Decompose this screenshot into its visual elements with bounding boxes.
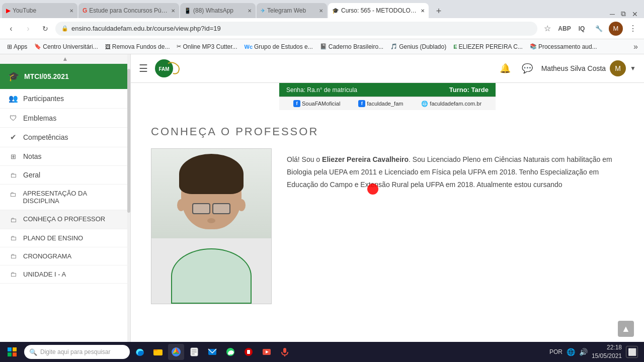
tab-youtube-close[interactable]: ✕ bbox=[69, 8, 73, 14]
tab-concursos[interactable]: G Estude para Concursos Públi... ✕ bbox=[78, 3, 179, 18]
bookmark-mp3[interactable]: ✂ Online MP3 Cutter... bbox=[174, 42, 240, 51]
sidebar-item-apresentacao[interactable]: 🗀 APRESENTAÇÃO DA DISCIPLINA bbox=[0, 185, 130, 210]
bookmark-caderno[interactable]: 📓 Caderno Brasileiro... bbox=[317, 42, 386, 51]
extension-icon-3[interactable]: 🔧 bbox=[592, 22, 606, 36]
files-icon bbox=[189, 347, 199, 357]
professor-section: Olá! Sou o Eliezer Pereira Cavalheiro. S… bbox=[151, 148, 624, 304]
restore-button[interactable]: ⧉ bbox=[619, 10, 628, 18]
social-faculdade[interactable]: f faculdade_fam bbox=[358, 100, 403, 107]
extension-icon-2[interactable]: IQ bbox=[575, 22, 589, 36]
notification-bell-icon[interactable]: 🔔 bbox=[497, 60, 513, 76]
new-tab-button[interactable]: + bbox=[432, 4, 446, 18]
chrome-icon bbox=[171, 347, 181, 357]
tab-curso[interactable]: 🎓 Curso: 565 - METODOLOGIA ✕ bbox=[328, 3, 429, 18]
sidebar-course[interactable]: 🎓 MTCI/05.2021 bbox=[0, 64, 130, 89]
sidebar-scrollbar-thumb[interactable] bbox=[127, 69, 130, 213]
course-title: MTCI/05.2021 bbox=[24, 72, 69, 80]
bookmark-star-icon[interactable]: ☆ bbox=[540, 22, 554, 36]
taskbar-app-mail[interactable] bbox=[204, 344, 220, 360]
unidade1a-icon: 🗀 bbox=[8, 270, 18, 278]
tab-bar: ▶ YouTube ✕ G Estude para Concursos Públ… bbox=[0, 0, 644, 18]
reload-button[interactable]: ↻ bbox=[38, 22, 52, 36]
section-title: CONHEÇA O PROFESSOR bbox=[151, 125, 624, 138]
tab-concursos-close[interactable]: ✕ bbox=[171, 8, 175, 14]
bookmark-genius-label: Genius (Dublado) bbox=[399, 43, 446, 50]
taskbar-clock[interactable]: 22:18 15/05/2021 bbox=[592, 343, 622, 360]
notas-label: Notas bbox=[23, 152, 42, 160]
user-profile[interactable]: Matheus Silva Costa M ▼ bbox=[541, 60, 636, 76]
sidebar-item-notas[interactable]: ⊞ Notas bbox=[0, 147, 130, 166]
back-button[interactable]: ‹ bbox=[4, 22, 18, 36]
taskbar-search-box[interactable]: 🔍 Digite aqui para pesquisar bbox=[24, 345, 130, 359]
sidebar-item-participantes[interactable]: 👥 Participantes bbox=[0, 89, 130, 109]
tab-whatsapp[interactable]: 📱 (88) WhatsApp ✕ bbox=[180, 3, 256, 18]
bookmark-apps[interactable]: ⊞ Apps bbox=[4, 42, 30, 51]
sidebar-scroll-top[interactable]: ▲ bbox=[0, 54, 130, 64]
tab-curso-close[interactable]: ✕ bbox=[421, 8, 425, 14]
hamburger-menu-button[interactable]: ☰ bbox=[139, 62, 148, 74]
cronograma-label: CRONOGRAMA bbox=[23, 252, 71, 260]
sidebar-item-emblemas[interactable]: 🛡 Emblemas bbox=[0, 109, 130, 128]
tray-volume-icon[interactable]: 🔊 bbox=[579, 348, 588, 356]
tab-youtube-label: YouTube bbox=[13, 7, 66, 14]
forward-button[interactable]: › bbox=[21, 22, 35, 36]
avatar: M bbox=[610, 60, 626, 76]
window-controls: ─ ⧉ ✕ bbox=[608, 10, 644, 18]
clock-time: 22:18 bbox=[592, 343, 622, 352]
tray-network-icon[interactable]: 🌐 bbox=[567, 348, 575, 356]
tab-whatsapp-label: (88) WhatsApp bbox=[193, 7, 246, 14]
svg-rect-19 bbox=[247, 350, 250, 354]
bookmark-centro-label: Centro Universitári... bbox=[43, 43, 98, 50]
taskbar-app-extra2[interactable] bbox=[240, 344, 257, 360]
participantes-label: Participantes bbox=[23, 95, 64, 103]
genius-favicon: 🎵 bbox=[390, 43, 397, 50]
taskbar-app-edge[interactable] bbox=[132, 344, 148, 360]
sidebar-item-geral[interactable]: 🗀 Geral bbox=[0, 166, 130, 185]
remova-favicon: 🖼 bbox=[105, 44, 111, 50]
taskbar-app-extra3[interactable] bbox=[259, 344, 275, 360]
taskbar-app-explorer[interactable] bbox=[150, 344, 166, 360]
bookmark-grupo[interactable]: Wc Grupo de Estudos e... bbox=[242, 42, 316, 51]
taskbar-app-mic[interactable] bbox=[277, 344, 293, 360]
social-souafam[interactable]: f SouaFAMoficial bbox=[293, 100, 340, 107]
social-label-3: faculdadefam.com.br bbox=[430, 101, 481, 107]
social-label-2: faculdade_fam bbox=[367, 101, 403, 107]
start-button[interactable] bbox=[2, 344, 22, 360]
chat-bubble-icon[interactable]: 💬 bbox=[519, 60, 535, 76]
sidebar-item-competencias[interactable]: ✔ Competências bbox=[0, 128, 130, 147]
back-to-top-button[interactable]: ▲ bbox=[618, 321, 634, 337]
tab-youtube[interactable]: ▶ YouTube ✕ bbox=[2, 3, 77, 18]
bookmark-genius[interactable]: 🎵 Genius (Dublado) bbox=[387, 42, 449, 51]
sidebar-item-cronograma[interactable]: 🗀 CRONOGRAMA bbox=[0, 247, 130, 265]
bookmark-processamento[interactable]: 📚 Processamento aud... bbox=[527, 42, 600, 51]
social-website[interactable]: 🌐 faculdadefam.com.br bbox=[421, 101, 481, 107]
tab-whatsapp-close[interactable]: ✕ bbox=[248, 8, 252, 14]
profile-dropdown-icon[interactable]: ▼ bbox=[630, 65, 636, 72]
taskbar-app-extra1[interactable] bbox=[222, 344, 238, 360]
sidebar-item-unidade1a[interactable]: 🗀 UNIDADE I - A bbox=[0, 265, 130, 284]
apresentacao-icon: 🗀 bbox=[8, 191, 18, 198]
site-logo[interactable]: FAM bbox=[154, 58, 184, 78]
bookmark-eliezer[interactable]: E ELIEZER PEREIRA C... bbox=[450, 42, 526, 51]
profile-icon[interactable]: M bbox=[609, 22, 623, 36]
extension-icon-1[interactable]: ABP bbox=[557, 22, 572, 36]
centro-favicon: 🔖 bbox=[34, 43, 41, 50]
minimize-button[interactable]: ─ bbox=[608, 10, 617, 18]
sidebar-item-plano[interactable]: 🗀 PLANO DE ENSINO bbox=[0, 229, 130, 247]
menu-icon[interactable]: ⋮ bbox=[626, 22, 640, 36]
close-button[interactable]: ✕ bbox=[630, 10, 640, 18]
notification-center-icon[interactable]: ⬜ bbox=[626, 346, 638, 358]
address-bar[interactable]: 🔒 ensino.faculdadefam.edu.br/course/view… bbox=[55, 22, 537, 36]
concursos-favicon: G bbox=[83, 7, 87, 14]
sidebar-item-conheca[interactable]: 🗀 CONHEÇA O PROFESSOR bbox=[0, 210, 130, 229]
tab-telegram-close[interactable]: ✕ bbox=[319, 8, 323, 14]
bookmark-remova[interactable]: 🖼 Remova Fundos de... bbox=[102, 42, 173, 51]
bookmarks-more-button[interactable]: » bbox=[631, 41, 640, 52]
svg-rect-14 bbox=[192, 351, 197, 352]
taskbar-app-chrome[interactable] bbox=[168, 344, 184, 360]
taskbar-app-files[interactable] bbox=[186, 344, 202, 360]
tab-telegram[interactable]: ✈ Telegram Web ✕ bbox=[257, 3, 327, 18]
bookmark-centro[interactable]: 🔖 Centro Universitári... bbox=[31, 42, 101, 51]
processamento-favicon: 📚 bbox=[530, 43, 537, 50]
taskbar-tray: POR 🌐 🔊 22:18 15/05/2021 ⬜ bbox=[545, 343, 642, 360]
